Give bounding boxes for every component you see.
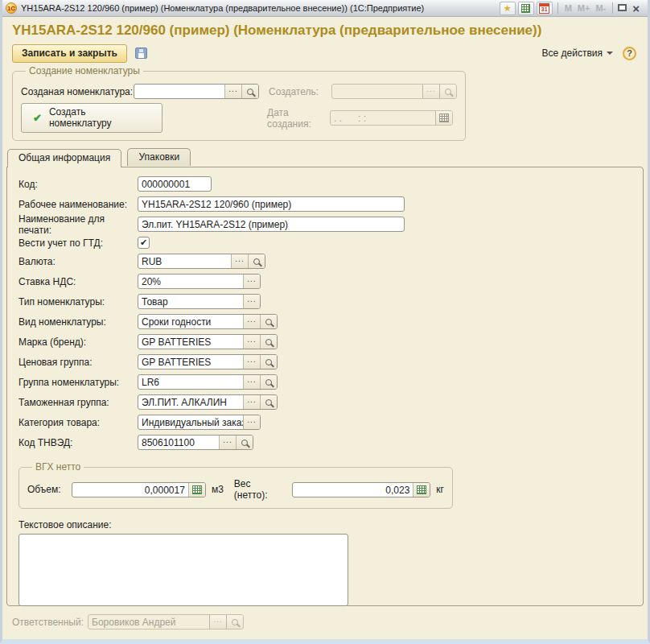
ellipsis-button[interactable]: ... bbox=[243, 415, 260, 429]
search-button[interactable] bbox=[260, 315, 277, 328]
titlebar: 1С YH15ARA-2S12 120/960 (пример) (Номенк… bbox=[2, 0, 648, 17]
general-info-panel: Код: 000000001 Рабочее наименование: YH1… bbox=[6, 167, 644, 606]
vgh-netto-group: ВГХ нетто Объем: 0,000017 м3 Вес (нетто)… bbox=[19, 461, 453, 509]
search-button[interactable] bbox=[260, 355, 277, 369]
save-button[interactable] bbox=[134, 46, 149, 60]
nomenclature-group-field[interactable]: LR6 ... bbox=[138, 374, 278, 390]
nomenclature-kind-field[interactable]: Сроки годности ... bbox=[138, 314, 278, 329]
field-label: Наименование для печати: bbox=[19, 213, 138, 236]
magnifier-icon bbox=[265, 339, 272, 345]
print-name-field[interactable]: Эл.пит. YH15ARA-2S12 (пример) bbox=[138, 217, 405, 232]
creation-group: Создание номенклатуры Созданая номенклат… bbox=[12, 65, 466, 141]
brand-field[interactable]: GP BATTERIES ... bbox=[138, 334, 278, 349]
weight-unit: кг bbox=[436, 484, 444, 495]
creation-group-title: Создание номенклатуры bbox=[26, 65, 143, 76]
application-window: 1С YH15ARA-2S12 120/960 (пример) (Номенк… bbox=[0, 0, 650, 644]
ellipsis-button[interactable]: ... bbox=[243, 315, 260, 328]
ellipsis-button: ... bbox=[422, 85, 439, 98]
titlebar-separator bbox=[612, 2, 613, 14]
product-category-field[interactable]: Индивидуальный заказ ... bbox=[138, 415, 261, 430]
volume-field[interactable]: 0,000017 bbox=[72, 482, 206, 497]
chevron-down-icon bbox=[607, 52, 613, 55]
search-button[interactable] bbox=[248, 254, 265, 268]
description-textarea[interactable] bbox=[19, 534, 348, 606]
magnifier-icon bbox=[265, 359, 272, 365]
nomenclature-type-field[interactable]: Товар ... bbox=[138, 294, 261, 309]
calculator-grid-icon bbox=[192, 485, 202, 494]
calculator-button[interactable] bbox=[413, 483, 430, 497]
field-label: Код: bbox=[19, 179, 138, 190]
volume-unit: м3 bbox=[212, 484, 224, 495]
weight-field[interactable]: 0,023 bbox=[292, 482, 430, 497]
weight-label: Вес (нетто): bbox=[234, 478, 286, 501]
field-label: Валюта: bbox=[19, 256, 138, 267]
search-button[interactable] bbox=[236, 436, 253, 449]
save-and-close-button[interactable]: Записать и закрыть bbox=[12, 44, 127, 63]
calculator-grid-icon bbox=[417, 485, 426, 494]
memory-m-button[interactable]: M bbox=[563, 3, 574, 13]
ellipsis-button[interactable]: ... bbox=[219, 436, 236, 449]
field-label: Таможенная группа: bbox=[19, 397, 138, 408]
tab-general-info[interactable]: Общая информация bbox=[7, 149, 121, 167]
creation-date-label: Дата создания: bbox=[267, 107, 330, 130]
ellipsis-button[interactable]: ... bbox=[243, 355, 260, 369]
form-client-area: YH15ARA-2S12 120/960 (пример) (Номенклат… bbox=[2, 17, 648, 639]
field-label: Вести учет по ГТД: bbox=[19, 237, 138, 249]
maximize-icon[interactable] bbox=[618, 2, 627, 14]
memory-m-plus-button[interactable]: M+ bbox=[576, 3, 592, 13]
working-name-field[interactable]: YH15ARA-2S12 120/960 (пример) bbox=[138, 196, 405, 212]
titlebar-separator bbox=[557, 2, 558, 14]
check-icon: ✔ bbox=[33, 113, 42, 123]
ellipsis-button[interactable]: ... bbox=[243, 275, 260, 288]
form-toolbar: Записать и закрыть Все действия ? bbox=[12, 43, 636, 64]
calendar-icon[interactable]: 31 bbox=[537, 2, 553, 15]
description-label: Текстовое описание: bbox=[19, 519, 631, 530]
ellipsis-button[interactable]: ... bbox=[243, 395, 260, 409]
gtd-checkbox[interactable]: ✔ bbox=[138, 237, 150, 249]
magnifier-icon bbox=[241, 440, 248, 446]
tnved-code-field[interactable]: 8506101100 ... bbox=[138, 435, 253, 450]
responsible-label: Ответственный: bbox=[12, 617, 84, 628]
search-button[interactable] bbox=[241, 85, 258, 98]
tab-packages[interactable]: Упаковки bbox=[127, 148, 191, 166]
window-title: YH15ARA-2S12 120/960 (пример) (Номенклат… bbox=[21, 3, 496, 13]
search-button bbox=[439, 85, 456, 98]
ellipsis-button[interactable]: ... bbox=[243, 375, 260, 389]
created-nomenclature-field[interactable]: ... bbox=[134, 84, 259, 99]
field-label: Ценовая группа: bbox=[19, 357, 138, 368]
create-nomenclature-button[interactable]: ✔ Создать номенклатуру bbox=[21, 103, 162, 133]
creator-label: Создатель: bbox=[269, 86, 331, 97]
calendar-button bbox=[435, 111, 452, 125]
creator-field: ... bbox=[331, 84, 457, 99]
search-button[interactable] bbox=[260, 395, 277, 409]
calculator-icon[interactable] bbox=[518, 2, 534, 15]
creation-date-field: . . : : bbox=[330, 110, 453, 126]
code-field[interactable]: 000000001 bbox=[138, 176, 212, 192]
calculator-button[interactable] bbox=[188, 483, 205, 497]
ellipsis-button[interactable]: ... bbox=[224, 85, 241, 98]
magnifier-icon bbox=[265, 319, 272, 325]
check-icon: ✔ bbox=[140, 238, 147, 247]
magnifier-icon bbox=[247, 89, 253, 95]
price-group-field[interactable]: GP BATTERIES ... bbox=[138, 354, 278, 369]
close-icon[interactable]: × bbox=[629, 2, 643, 14]
favorites-star-icon[interactable]: ★ bbox=[500, 2, 516, 15]
magnifier-icon bbox=[265, 399, 272, 406]
field-label: Марка (бренд): bbox=[19, 336, 138, 348]
search-button[interactable] bbox=[260, 335, 277, 349]
ellipsis-button[interactable]: ... bbox=[243, 295, 260, 308]
vat-rate-field[interactable]: 20% ... bbox=[138, 274, 261, 289]
customs-group-field[interactable]: ЭЛ.ПИТ. АЛКАЛИН ... bbox=[138, 394, 278, 410]
ellipsis-button[interactable]: ... bbox=[243, 335, 260, 349]
tab-strip: Общая информация Упаковки bbox=[7, 148, 648, 167]
all-actions-button[interactable]: Все действия bbox=[539, 46, 616, 60]
field-label: Код ТНВЭД: bbox=[19, 437, 138, 448]
currency-field[interactable]: RUB ... bbox=[138, 254, 265, 269]
memory-m-minus-button[interactable]: M- bbox=[594, 3, 607, 13]
calendar-grid-icon bbox=[439, 114, 449, 122]
help-button[interactable]: ? bbox=[623, 47, 636, 60]
1c-app-icon: 1С bbox=[6, 2, 17, 14]
ellipsis-button[interactable]: ... bbox=[231, 254, 248, 268]
search-button[interactable] bbox=[260, 375, 277, 389]
magnifier-icon bbox=[232, 619, 238, 625]
